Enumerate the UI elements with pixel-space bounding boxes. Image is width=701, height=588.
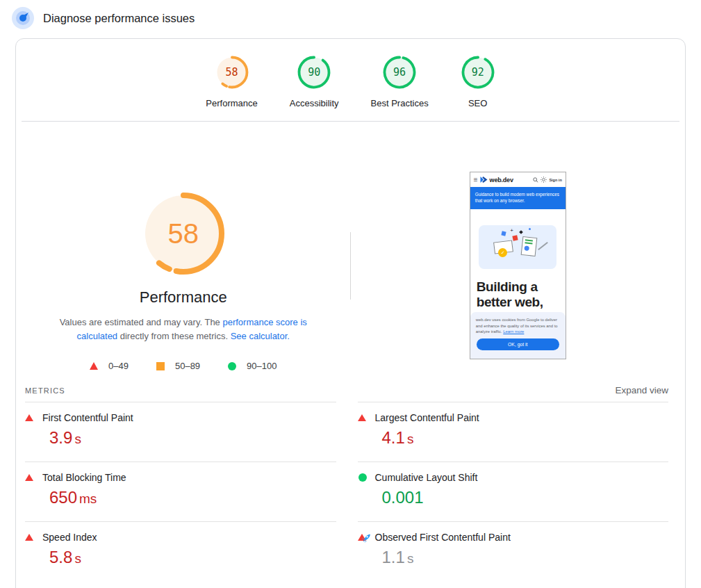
score-item-performance[interactable]: 58 Performance (206, 55, 257, 108)
metric-first-contentful-paint: First Contentful Paint 3.9s (25, 402, 336, 462)
metric-value: 1.1s (382, 548, 669, 567)
metric-total-blocking-time: Total Blocking Time 650ms (25, 462, 336, 521)
metric-name: Speed Index (42, 532, 97, 543)
metric-name: Observed First Contentful Paint (375, 532, 511, 543)
legend-range-average: 50–89 (175, 361, 200, 371)
rocket-cursor-icon (361, 533, 371, 543)
expand-view-button[interactable]: Expand view (615, 385, 668, 395)
hero-desc-text-2: directly from these metrics. (117, 331, 231, 341)
learn-more-link: Learn more (503, 329, 524, 334)
page-title: Diagnose performance issues (43, 12, 195, 25)
metric-name: First Contentful Paint (42, 412, 133, 423)
metric-largest-contentful-paint: Largest Contentful Paint 4.1s (358, 402, 669, 462)
thumb-headline-line1: Building a (477, 279, 566, 295)
pass-circle-icon (358, 473, 367, 482)
fail-triangle-icon (90, 362, 98, 370)
hero-screenshot-column: ≡ web.dev (351, 122, 686, 383)
webdev-brand: web.dev (490, 177, 513, 183)
accessibility-score-label: Accessibility (290, 98, 339, 108)
legend-range-pass: 90–100 (247, 361, 277, 371)
score-item-best-practices[interactable]: 96 Best Practices (371, 55, 429, 108)
thumb-site-header: ≡ web.dev (470, 172, 566, 187)
accessibility-gauge-icon: 90 (297, 55, 331, 90)
fail-triangle-icon (25, 414, 33, 421)
metric-cumulative-layout-shift: Cumulative Layout Shift 0.001 (358, 462, 669, 521)
score-item-accessibility[interactable]: 90 Accessibility (290, 55, 339, 108)
metric-value: 0.001 (382, 488, 669, 507)
legend-item-pass: 90–100 (228, 361, 277, 371)
metrics-header: METRICS Expand view (25, 385, 668, 395)
performance-gauge-icon: 58 (215, 55, 249, 90)
legend-item-average: 50–89 (156, 361, 200, 371)
metric-value: 4.1s (382, 428, 669, 448)
metric-value: 5.8s (49, 548, 336, 567)
illustration-diamond-icon (519, 230, 523, 234)
thumb-hero-illustration: ✓ + (479, 225, 556, 269)
metric-value: 3.9s (49, 428, 336, 448)
webdev-logo-icon (480, 177, 488, 183)
fail-triangle-icon (358, 414, 366, 421)
best-practices-gauge-icon: 96 (382, 55, 417, 90)
sign-in-link: Sign in (549, 178, 561, 182)
illustration-dot-icon (529, 228, 531, 230)
hero-vertical-divider (350, 232, 351, 300)
theme-toggle-sun-icon (541, 177, 547, 183)
page-screenshot-thumbnail[interactable]: ≡ web.dev (470, 172, 566, 359)
metrics-grid: First Contentful Paint 3.9s Largest Cont… (25, 402, 668, 581)
score-summary-row: 58 Performance 90 Accessibility 96 (16, 39, 685, 108)
hero-desc-text-1: Values are estimated and may vary. The (60, 317, 223, 327)
metrics-section-label: METRICS (25, 386, 65, 395)
fail-triangle-icon (25, 474, 33, 481)
cookie-ok-button: OK, got it (477, 338, 559, 350)
fail-triangle-icon (25, 534, 33, 541)
thumb-banner: Guidance to build modern web experiences… (470, 187, 566, 209)
illustration-red-square-icon (513, 235, 518, 240)
hero-description: Values are estimated and may vary. The p… (52, 316, 315, 343)
score-item-seo[interactable]: 92 SEO (461, 55, 495, 108)
hero-title: Performance (140, 288, 227, 307)
illustration-check-badge-icon: ✓ (498, 248, 507, 257)
metric-name: Largest Contentful Paint (375, 412, 479, 423)
score-legend: 0–49 50–89 90–100 (90, 361, 277, 371)
metric-value: 650ms (49, 488, 336, 507)
seo-gauge-icon: 92 (461, 55, 495, 90)
hero-gauge-column: 58 Performance Values are estimated and … (16, 122, 351, 383)
report-card: 58 Performance 90 Accessibility 96 (15, 38, 686, 588)
illustration-document-icon (521, 236, 538, 256)
seo-score-label: SEO (468, 98, 487, 108)
metric-observed-first-contentful-paint: Observed First Contentful Paint 1.1s (358, 521, 669, 581)
cookie-text: web.dev uses cookies from Google to deli… (476, 317, 560, 335)
illustration-pencil-icon (538, 242, 548, 250)
see-calculator-link[interactable]: See calculator. (231, 331, 290, 341)
illustration-blue-square-icon (502, 231, 506, 236)
performance-score-label: Performance (206, 98, 257, 108)
metric-name: Cumulative Layout Shift (375, 472, 478, 483)
performance-hero-gauge-icon: 58 (141, 191, 226, 276)
metric-name: Total Blocking Time (42, 472, 126, 483)
metric-speed-index: Speed Index 5.8s (25, 521, 336, 581)
hamburger-menu-icon: ≡ (474, 177, 478, 183)
cookie-banner: web.dev uses cookies from Google to deli… (470, 312, 566, 359)
performance-score-value: 58 (215, 55, 249, 90)
average-square-icon (156, 362, 165, 370)
illustration-plus-icon: + (510, 227, 513, 234)
legend-item-fail: 0–49 (90, 361, 129, 371)
page-header: Diagnose performance issues (0, 0, 701, 29)
best-practices-score-value: 96 (382, 55, 417, 90)
pagespeed-gauge-icon (12, 7, 34, 29)
performance-hero-section: 58 Performance Values are estimated and … (16, 122, 685, 383)
search-icon (533, 177, 538, 183)
best-practices-score-label: Best Practices (371, 98, 429, 108)
legend-range-fail: 0–49 (108, 361, 129, 371)
pass-circle-icon (228, 362, 236, 370)
thumb-headline-line2: better web, (477, 295, 566, 310)
hero-score-value: 58 (141, 191, 226, 276)
seo-score-value: 92 (461, 55, 495, 90)
accessibility-score-value: 90 (297, 55, 331, 90)
